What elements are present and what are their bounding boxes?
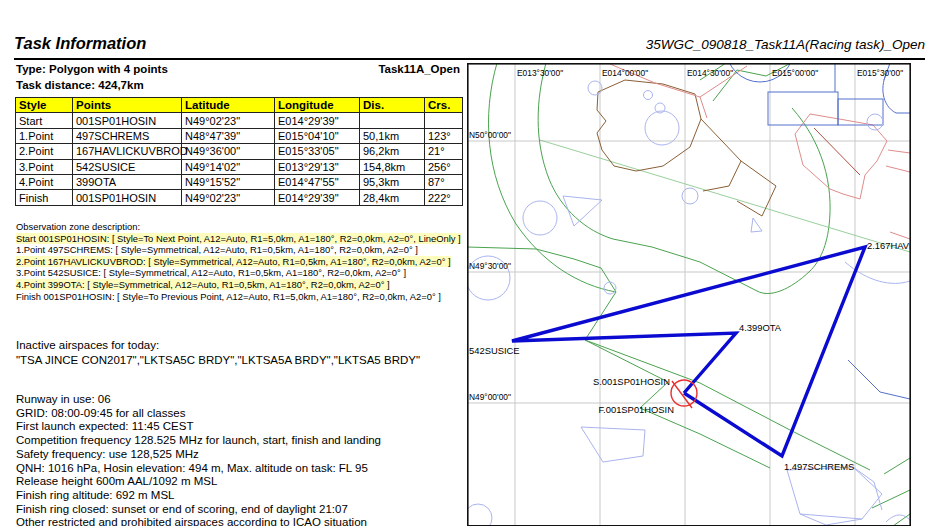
map-canvas: E013°30'00"E014°00'00"E014°30'00"E015°00…: [467, 63, 911, 526]
task-table-head-row: StylePointsLatitudeLongitudeDis.Crs.: [16, 98, 463, 113]
longitude-label: E015°30'00": [857, 68, 903, 78]
airspace-outlines-brown: [597, 80, 860, 216]
briefing-line: Finish ring altitude: 692 m MSL: [16, 489, 381, 503]
table-cell: 21°: [425, 144, 463, 159]
longitude-label: E014°30'00": [687, 68, 733, 78]
obs-line: 2.Point 167HAVLICKUVBROD: [ Style=Symmet…: [16, 256, 461, 268]
briefing-section: Runway in use: 06GRID: 08:00-09:45 for a…: [16, 393, 381, 526]
longitude-label: E015°00'00": [772, 68, 818, 78]
briefing-line: Other restricted and prohibited airspace…: [16, 516, 381, 526]
table-row: Finish001SP01HOSINN49°02'23"E014°29'39"2…: [16, 190, 463, 205]
task-table-body: Start001SP01HOSINN49°02'23"E014°29'39"1.…: [16, 113, 463, 205]
table-cell: E015°33'05": [275, 144, 360, 159]
latitude-label: N49°00'00": [469, 392, 511, 402]
waypoint-label: S.001SP01HOSIN: [593, 376, 670, 387]
observation-zone-section: Observation zone description: Start 001S…: [16, 221, 461, 302]
table-cell: E013°29'13": [275, 159, 360, 174]
task-map: E013°30'00"E014°00'00"E014°30'00"E015°00…: [467, 63, 911, 526]
briefing-line: Finish ring closed: sunset or end of sco…: [16, 503, 381, 517]
table-cell: Start: [16, 113, 73, 128]
briefing-line: GRID: 08:00-09:45 for all classes: [16, 407, 381, 421]
table-cell: N49°14'02": [182, 159, 275, 174]
waypoint-label: 4.399OTA: [739, 322, 782, 333]
obs-line: Start 001SP01HOSIN: [ Style=To Next Poin…: [16, 233, 461, 245]
table-cell: 50,1km: [360, 128, 425, 143]
table-row: 2.Point167HAVLICKUVBRODN49°36'00"E015°33…: [16, 144, 463, 159]
table-cell: 87°: [425, 174, 463, 189]
column-header: Points: [73, 98, 182, 113]
column-header: Latitude: [182, 98, 275, 113]
table-cell: E014°29'39": [275, 190, 360, 205]
page-title: Task Information: [14, 34, 146, 53]
table-cell: Finish: [16, 190, 73, 205]
inactive-airspaces-section: Inactive airspaces for today: "TSA JINCE…: [16, 338, 420, 368]
table-row: 1.Point497SCHREMSN48°47'39"E015°04'10"50…: [16, 128, 463, 143]
table-cell: 1.Point: [16, 128, 73, 143]
waypoint-table: StylePointsLatitudeLongitudeDis.Crs. Sta…: [15, 97, 463, 206]
obs-line: Finish 001SP01HOSIN: [ Style=To Previous…: [16, 291, 461, 303]
table-cell: 96,2km: [360, 144, 425, 159]
briefing-line: QNH: 1016 hPa, Hosin elevation: 494 m, M…: [16, 462, 381, 476]
table-cell: 154,8km: [360, 159, 425, 174]
table-cell: 001SP01HOSIN: [73, 190, 182, 205]
header-divider: [14, 58, 925, 60]
task-distance: Task distance: 424,7km: [16, 79, 144, 91]
waypoint-label: 2.167HAVL: [867, 240, 911, 251]
briefing-line: Competition frequency 128.525 MHz for la…: [16, 434, 381, 448]
table-cell: N48°47'39": [182, 128, 275, 143]
airspace-outlines-blue: [726, 63, 910, 399]
table-cell: 256°: [425, 159, 463, 174]
obs-lines: Start 001SP01HOSIN: [ Style=To Next Poin…: [16, 233, 461, 303]
table-cell: 3.Point: [16, 159, 73, 174]
column-header: Longitude: [275, 98, 360, 113]
map-labels: E013°30'00"E014°00'00"E014°30'00"E015°00…: [469, 68, 911, 472]
document-title: 35WGC_090818_Task11A(Racing task)_Open: [646, 37, 925, 52]
table-cell: 28,4km: [360, 190, 425, 205]
latitude-label: N50°00'00": [469, 130, 511, 140]
table-cell: 4.Point: [16, 174, 73, 189]
table-cell: 399OTA: [73, 174, 182, 189]
table-cell: E015°04'10": [275, 128, 360, 143]
table-cell: 001SP01HOSIN: [73, 113, 182, 128]
airspaces-list: "TSA JINCE CON2017","LKTSA5C BRDY","LKTS…: [16, 353, 420, 368]
table-row: 3.Point542SUSICEN49°14'02"E013°29'13"154…: [16, 159, 463, 174]
briefing-lines: Runway in use: 06GRID: 08:00-09:45 for a…: [16, 393, 381, 526]
briefing-line: First launch expected: 11:45 CEST: [16, 420, 381, 434]
table-cell: N49°15'52": [182, 174, 275, 189]
table-cell: 497SCHREMS: [73, 128, 182, 143]
observation-heading: Observation zone description:: [16, 221, 461, 233]
briefing-line: Release height 600m AAL/1092 m MSL: [16, 475, 381, 489]
obs-line: 3.Point 542SUSICE: [ Style=Symmetrical, …: [16, 267, 461, 279]
table-cell: N49°02'23": [182, 190, 275, 205]
table-cell: E014°47'55": [275, 174, 360, 189]
table-cell: N49°02'23": [182, 113, 275, 128]
longitude-label: E013°30'00": [517, 68, 563, 78]
longitude-label: E014°00'00": [602, 68, 648, 78]
obs-line: 4.Point 399OTA: [ Style=Symmetrical, A12…: [16, 279, 461, 291]
latitude-label: N49°30'00": [469, 261, 511, 271]
briefing-line: Safety frequency: use 128,525 MHz: [16, 448, 381, 462]
table-cell: 222°: [425, 190, 463, 205]
task-route: [512, 247, 865, 456]
obs-line: 1.Point 497SCHREMS: [ Style=Symmetrical,…: [16, 244, 461, 256]
waypoint-label: F.001SP01HOSIN: [598, 404, 674, 415]
table-cell: 2.Point: [16, 144, 73, 159]
briefing-line: Runway in use: 06: [16, 393, 381, 407]
task-name: Task11A_Open: [16, 63, 460, 75]
column-header: Crs.: [425, 98, 463, 113]
column-header: Dis.: [360, 98, 425, 113]
table-cell: 95,3km: [360, 174, 425, 189]
waypoint-label: 1.497SCHREMS: [784, 461, 854, 472]
waypoint-label: 542SUSICE: [469, 345, 520, 356]
table-cell: 167HAVLICKUVBROD: [73, 144, 182, 159]
task-information-page: Task Information 35WGC_090818_Task11A(Ra…: [0, 0, 938, 526]
table-row: 4.Point399OTAN49°15'52"E014°47'55"95,3km…: [16, 174, 463, 189]
table-cell: [360, 113, 425, 128]
table-row: Start001SP01HOSINN49°02'23"E014°29'39": [16, 113, 463, 128]
airspaces-heading: Inactive airspaces for today:: [16, 338, 420, 353]
table-cell: E014°29'39": [275, 113, 360, 128]
table-cell: 123°: [425, 128, 463, 143]
table-cell: [425, 113, 463, 128]
airspace-outlines-red: [610, 64, 910, 239]
column-header: Style: [16, 98, 73, 113]
